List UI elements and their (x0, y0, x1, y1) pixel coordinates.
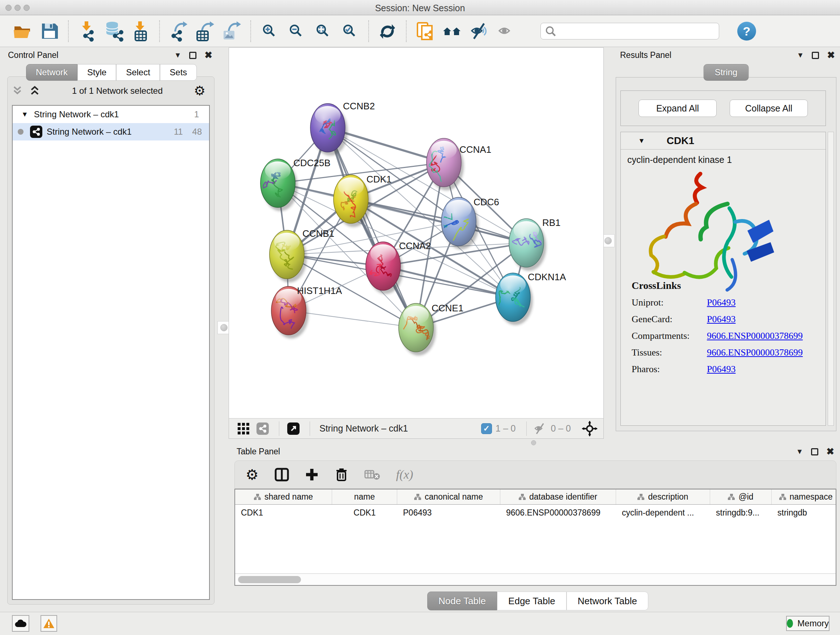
crosslink-link[interactable]: 9606.ENSP00000378699 (707, 331, 803, 341)
export-network-button[interactable] (167, 20, 189, 42)
node-label-hist1h1a: HIST1H1A (297, 285, 342, 296)
network-collection-row[interactable]: ▼ String Network – cdk1 1 (13, 106, 209, 123)
table-cell[interactable]: stringdb:9... (710, 505, 772, 521)
export-table-button[interactable] (194, 20, 216, 42)
close-panel-icon[interactable]: ✖ (826, 446, 834, 457)
network-options-gear-icon[interactable]: ⚙ (194, 83, 205, 98)
column-header-name[interactable]: name (332, 489, 397, 504)
table-cell[interactable]: CDK1 (235, 505, 332, 521)
crosslink-row: GeneCard:P06493 (632, 314, 803, 325)
tab-edge-table[interactable]: Edge Table (497, 592, 567, 610)
navigate-crosshair-icon[interactable] (582, 421, 598, 437)
birds-eye-grid-icon[interactable] (237, 422, 250, 435)
import-network-file-button[interactable] (76, 20, 98, 42)
cloud-status-button[interactable] (12, 615, 29, 632)
float-panel-icon[interactable] (811, 448, 818, 455)
column-header-shared-name[interactable]: shared name (235, 489, 332, 504)
tab-select[interactable]: Select (116, 64, 160, 81)
expand-all-icon[interactable] (28, 86, 41, 96)
help-button[interactable]: ? (737, 22, 756, 41)
open-in-window-icon[interactable] (287, 423, 300, 435)
crosslink-link[interactable]: P06493 (707, 297, 736, 308)
clone-network-button[interactable] (414, 20, 436, 42)
panel-menu-caret-icon[interactable]: ▼ (797, 51, 804, 59)
network-view-toolbar: String Network – cdk1 ✓ 1 – 0 0 – 0 (229, 418, 603, 439)
table-options-gear-icon[interactable]: ⚙ (246, 466, 259, 483)
refresh-button[interactable] (376, 20, 399, 42)
warnings-button[interactable] (41, 615, 57, 632)
table-hscrollbar-thumb[interactable] (238, 576, 301, 583)
tab-sets[interactable]: Sets (160, 64, 197, 81)
zoom-in-button[interactable] (258, 20, 281, 42)
network-node-ccnb2[interactable] (310, 103, 347, 156)
import-network-database-button[interactable] (103, 20, 125, 42)
function-builder-icon[interactable]: f(x) (396, 468, 413, 481)
delete-column-trash-icon[interactable] (335, 467, 348, 482)
delete-table-icon[interactable] (364, 469, 380, 481)
hidden-items-eye-icon (532, 423, 547, 435)
crosslink-link[interactable]: P06493 (707, 364, 736, 375)
float-panel-icon[interactable] (189, 52, 196, 59)
close-panel-icon[interactable]: ✖ (827, 50, 835, 61)
table-cell[interactable]: cyclin-dependent ... (616, 505, 710, 521)
tab-network-table[interactable]: Network Table (567, 592, 648, 610)
network-edge[interactable] (351, 199, 526, 243)
column-header-canonical-name[interactable]: canonical name (397, 489, 500, 504)
network-node-cdc6[interactable] (440, 197, 478, 249)
protein-structure-image (639, 165, 783, 295)
network-node-ccna2[interactable] (365, 242, 403, 294)
table-hscrollbar[interactable] (235, 573, 836, 585)
close-panel-icon[interactable]: ✖ (204, 50, 212, 61)
zoom-out-button[interactable] (285, 20, 308, 42)
tab-string[interactable]: String (704, 64, 749, 81)
network-row[interactable]: String Network – cdk1 11 48 (13, 123, 209, 141)
column-header-database-identifier[interactable]: database identifier (500, 489, 616, 504)
zoom-fit-button[interactable] (312, 20, 334, 42)
tab-style[interactable]: Style (77, 64, 116, 81)
tab-network[interactable]: Network (26, 64, 77, 81)
table-cell[interactable]: 9606.ENSP00000378699 (500, 505, 616, 521)
search-input[interactable] (540, 23, 719, 40)
network-edge[interactable] (328, 128, 416, 328)
status-bar: Memory (0, 612, 840, 635)
column-header-namespace[interactable]: namespace (772, 489, 836, 504)
save-session-button[interactable] (38, 20, 61, 42)
crosslink-link[interactable]: P06493 (707, 314, 736, 325)
create-column-plus-icon[interactable] (305, 468, 319, 481)
collapse-all-icon[interactable] (11, 86, 24, 96)
table-cell[interactable]: P06493 (397, 505, 500, 521)
import-table-file-button[interactable] (129, 20, 152, 42)
export-image-button[interactable] (221, 20, 243, 42)
expand-all-button[interactable]: Expand All (638, 100, 717, 117)
table-row[interactable]: CDK1CDK1P064939606.ENSP00000378699cyclin… (235, 505, 836, 521)
selected-nodes-checkbox[interactable]: ✓ (481, 423, 492, 434)
panel-menu-caret-icon[interactable]: ▼ (796, 448, 803, 456)
network-canvas[interactable]: CCNB2CCNA1CDC25BCDK1CDC6RB1CCNB1CCNA2CDK… (229, 48, 603, 418)
zoom-selected-button[interactable] (339, 20, 361, 42)
string-overlay-icon[interactable] (256, 423, 269, 435)
network-node-cdkn1a[interactable] (496, 273, 533, 325)
table-cell[interactable]: stringdb (772, 505, 836, 521)
collapse-all-button[interactable]: Collapse All (729, 100, 808, 117)
section-collapse-caret-icon[interactable]: ▼ (638, 137, 645, 145)
first-neighbors-button[interactable] (441, 20, 463, 42)
toolbar-separator (368, 20, 369, 42)
panel-menu-caret-icon[interactable]: ▼ (174, 51, 181, 59)
table-cell[interactable]: CDK1 (332, 505, 397, 521)
network-node-ccnb1[interactable] (270, 230, 307, 282)
show-all-button[interactable] (494, 20, 516, 42)
hide-selected-button[interactable] (467, 20, 490, 42)
network-node-ccne1[interactable] (399, 303, 436, 356)
open-session-button[interactable] (11, 20, 34, 42)
tab-node-table[interactable]: Node Table (427, 592, 497, 610)
show-columns-icon[interactable] (275, 467, 289, 482)
table-header-row: shared namenamecanonical namedatabase id… (235, 489, 836, 505)
column-header-description[interactable]: description (616, 489, 710, 504)
gene-section-header[interactable]: ▼ CDK1 (621, 132, 826, 149)
tree-expand-caret-icon[interactable]: ▼ (21, 111, 28, 119)
results-scrollbar-track[interactable] (828, 132, 834, 426)
float-panel-icon[interactable] (812, 52, 819, 59)
crosslink-link[interactable]: 9606.ENSP00000378699 (707, 347, 803, 358)
column-header--id[interactable]: @id (710, 489, 772, 504)
memory-status-button[interactable]: Memory (786, 616, 829, 631)
